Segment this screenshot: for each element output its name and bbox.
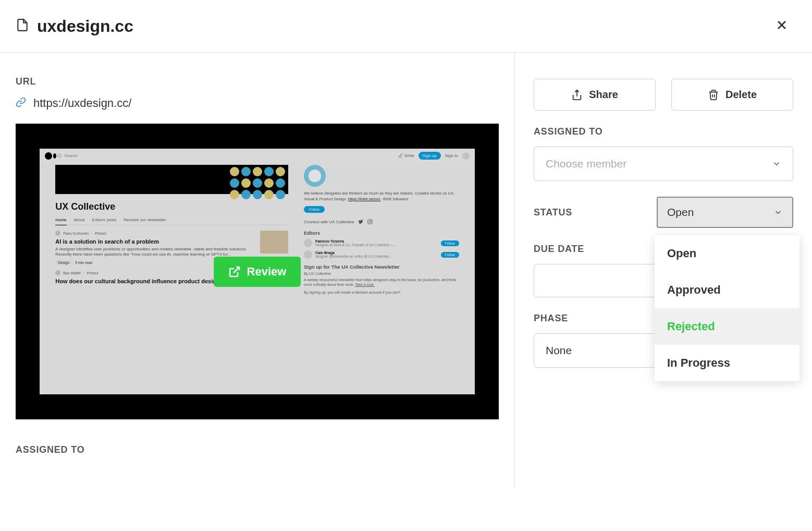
delete-button[interactable]: Delete xyxy=(671,79,793,111)
assigned-to-select[interactable]: Choose member xyxy=(534,147,793,181)
medium-logo-icon xyxy=(45,152,52,160)
url-label: URL xyxy=(16,76,499,87)
header: uxdesign.cc xyxy=(0,0,812,53)
external-link-icon xyxy=(228,266,241,278)
link-icon xyxy=(16,97,26,110)
preview-brand: UX Collective xyxy=(55,201,288,212)
review-button[interactable]: Review xyxy=(214,257,301,287)
svg-point-2 xyxy=(58,154,61,157)
page-title: uxdesign.cc xyxy=(37,17,133,36)
close-button[interactable] xyxy=(772,16,791,37)
preview-signup: Sign up xyxy=(419,152,441,160)
right-panel: Share Delete ASSIGNED TO Choose member S… xyxy=(515,53,812,488)
share-button[interactable]: Share xyxy=(534,79,656,111)
preview-topbar: Search Write Sign up Sign In xyxy=(40,149,474,163)
status-select[interactable]: Open xyxy=(657,197,793,228)
status-option-open[interactable]: Open xyxy=(655,235,799,272)
header-left: uxdesign.cc xyxy=(16,17,133,36)
action-buttons: Share Delete xyxy=(534,79,793,111)
chevron-down-icon xyxy=(773,208,783,217)
preview-avatar-icon xyxy=(462,152,470,160)
preview-editor-1: Fabricio TeixeiraDesigner at Work & Co, … xyxy=(304,239,459,247)
url-value[interactable]: https://uxdesign.cc/ xyxy=(33,96,131,110)
preview-desc: We believe designers are thinkers as muc… xyxy=(304,191,459,202)
preview-hero xyxy=(55,165,288,194)
preview-editor-2: Caio Bragadesigner @Momentive.ai, editor… xyxy=(304,250,459,259)
svg-line-7 xyxy=(233,267,239,273)
preview-signin: Sign In xyxy=(445,153,458,158)
svg-point-5 xyxy=(370,221,371,223)
preview-box: Search Write Sign up Sign In xyxy=(16,124,499,419)
status-option-rejected[interactable]: Rejected xyxy=(655,308,799,345)
preview-connect: Connect with UX Collective xyxy=(304,219,459,224)
preview-write: Write xyxy=(398,153,414,158)
preview-thumb-1 xyxy=(260,231,288,254)
status-option-approved[interactable]: Approved xyxy=(655,272,799,308)
status-dropdown: Open Approved Rejected In Progress xyxy=(655,235,799,381)
status-field: STATUS Open Open Approved Rejected In Pr… xyxy=(534,197,793,228)
trash-icon xyxy=(708,89,719,101)
left-panel: URL https://uxdesign.cc/ Search xyxy=(0,53,515,488)
chevron-down-icon xyxy=(772,159,781,168)
document-icon xyxy=(16,18,29,34)
preview-search: Search xyxy=(57,153,77,158)
main-container: URL https://uxdesign.cc/ Search xyxy=(0,53,812,488)
assigned-to-field: ASSIGNED TO Choose member xyxy=(534,126,793,181)
url-row: https://uxdesign.cc/ xyxy=(16,96,499,110)
status-option-in-progress[interactable]: In Progress xyxy=(655,345,799,381)
assigned-to-label: ASSIGNED TO xyxy=(534,126,793,137)
preview-publication-avatar-icon xyxy=(304,165,326,187)
svg-line-3 xyxy=(61,156,62,158)
svg-point-6 xyxy=(372,220,372,221)
status-label: STATUS xyxy=(534,207,646,218)
preview-tabs: Home About Editors' picks Receive our ne… xyxy=(55,218,288,225)
share-icon xyxy=(571,89,583,101)
left-assigned-label: ASSIGNED TO xyxy=(16,444,499,455)
preview-follow: Follow xyxy=(304,206,325,213)
